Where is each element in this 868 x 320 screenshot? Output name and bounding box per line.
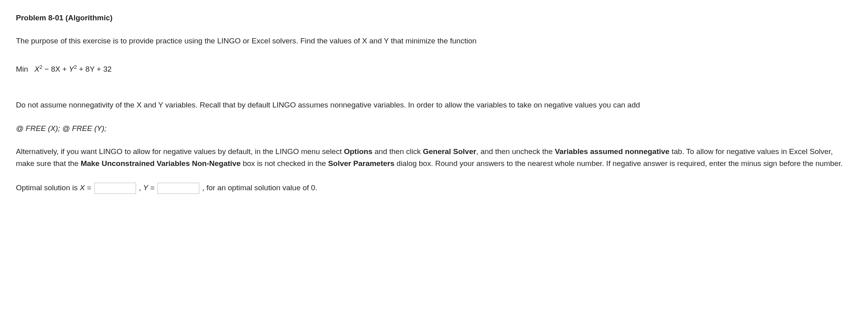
formula-part2: + 8Y + 32 xyxy=(77,65,111,73)
var-y: Y xyxy=(69,65,74,73)
x-value-input[interactable] xyxy=(94,183,136,194)
problem-content: Problem 8-01 (Algorithmic) The purpose o… xyxy=(16,12,852,194)
answer-suffix: , for an optimal solution value of 0. xyxy=(200,183,317,192)
intro-paragraph: The purpose of this exercise is to provi… xyxy=(16,35,852,47)
variables-nonneg-label: Variables assumed nonnegative xyxy=(555,147,669,156)
eq-sign: = xyxy=(85,183,93,192)
min-label: Min xyxy=(16,65,28,73)
text-segment: box is not checked in the xyxy=(241,159,328,168)
objective-function: Min X2 − 8X + Y2 + 8Y + 32 xyxy=(16,63,852,75)
separator: , xyxy=(137,183,143,192)
text-segment: and then click xyxy=(372,147,423,156)
options-label: Options xyxy=(344,147,372,156)
text-segment: Alternatively, if you want LINGO to allo… xyxy=(16,147,344,156)
text-segment: dialog box. Round your answers to the ne… xyxy=(395,159,843,168)
free-code-line: @ FREE (X); @ FREE (Y); xyxy=(16,123,852,135)
y-value-input[interactable] xyxy=(158,183,199,194)
solver-parameters-label: Solver Parameters xyxy=(328,159,395,168)
problem-heading: Problem 8-01 (Algorithmic) xyxy=(16,12,852,24)
var-x: X xyxy=(34,65,39,73)
general-solver-label: General Solver xyxy=(423,147,476,156)
answer-y-var: Y xyxy=(143,183,148,192)
nonnegativity-paragraph: Do not assume nonnegativity of the X and… xyxy=(16,99,852,111)
make-unconstrained-label: Make Unconstrained Variables Non-Negativ… xyxy=(81,159,241,168)
eq-sign: = xyxy=(148,183,157,192)
answer-prefix: Optimal solution is xyxy=(16,183,80,192)
answer-line: Optimal solution is X = , Y = , for an o… xyxy=(16,182,852,194)
text-segment: , and then uncheck the xyxy=(476,147,555,156)
instructions-paragraph: Alternatively, if you want LINGO to allo… xyxy=(16,146,852,170)
exponent-2: 2 xyxy=(39,64,42,70)
formula-part1: − 8X + xyxy=(43,65,69,73)
answer-x-var: X xyxy=(80,183,85,192)
